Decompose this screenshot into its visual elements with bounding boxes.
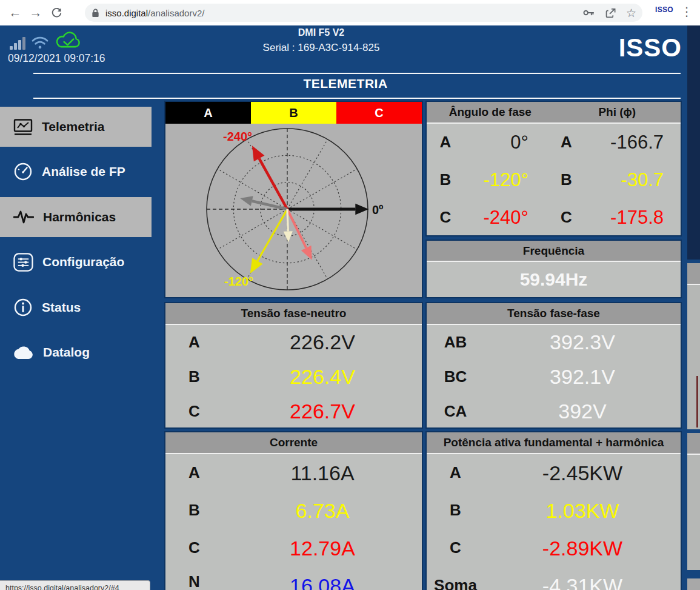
title-divider — [33, 98, 681, 99]
row-value: 1.03KW — [546, 499, 619, 523]
status-link-tooltip: https://isso.digital/analisadorv2/#4 — [0, 580, 150, 590]
cutoff-panel-sliver — [687, 25, 700, 260]
page-title: TELEMETRIA — [0, 76, 691, 91]
reload-button[interactable] — [46, 2, 67, 23]
sidebar-item-label: Harmônicas — [43, 210, 116, 224]
panel-title-voltage-ln: Tensão fase-neutro — [165, 303, 422, 325]
sidebar-item-configuracao[interactable]: Configuração — [0, 242, 152, 282]
table-row: C226.7V — [165, 394, 422, 429]
panel-title-frequency: Frequência — [427, 241, 681, 262]
sidebar-item-datalog[interactable]: Datalog — [0, 332, 152, 372]
row-label: CA — [444, 403, 467, 420]
panel-title-power: Potência ativa fundamental + harmônica — [427, 432, 681, 454]
row-label: NCalculado — [176, 574, 213, 590]
active-power-panel: Potência ativa fundamental + harmônica A… — [427, 432, 681, 590]
browser-profile-badge[interactable]: ISSO — [655, 5, 673, 14]
panel-title-current: Corrente — [165, 432, 422, 454]
row-value: 392V — [558, 400, 606, 423]
info-icon — [13, 298, 33, 317]
table-row: A11.16A — [165, 454, 422, 492]
phi-value: -166.7 — [610, 132, 664, 153]
current-b-vector — [287, 209, 288, 232]
row-label: C — [450, 540, 461, 556]
row-label: A — [188, 334, 200, 350]
angle-value: 0° — [510, 132, 528, 153]
table-row: AB392.3V — [427, 325, 681, 360]
legend-phase-b: B — [251, 102, 336, 124]
voltage-b-arrowhead — [250, 258, 263, 273]
gauge-icon — [13, 162, 33, 181]
sidebar-item-label: Telemetria — [42, 119, 105, 134]
frequency-panel: Frequência 59.94Hz — [427, 241, 681, 297]
row-label: B — [440, 172, 452, 188]
row-value: 392.3V — [550, 330, 615, 354]
phase-angle-panel: Ângulo de fase Phi (ϕ) A0°A-166.7B-120°B… — [427, 102, 681, 235]
waveform-icon — [13, 207, 34, 227]
power-table: A-2.45KWB1.03KWC-2.89KWSoma-4.31KW — [427, 454, 681, 590]
sidebar-item-telemetria[interactable]: Telemetria — [0, 107, 152, 147]
bookmark-star-icon[interactable]: ☆ — [626, 7, 636, 19]
sliders-icon — [13, 253, 33, 272]
table-row: B6.73A — [165, 492, 422, 529]
voltage-a-arrowhead — [355, 204, 368, 215]
back-button[interactable]: ← — [5, 2, 25, 23]
voltage-ll-table: AB392.3VBC392.1VCA392V — [427, 325, 681, 429]
current-b-arrowhead — [284, 231, 293, 242]
row-label: BC — [444, 369, 467, 385]
table-row: C-240°C-175.8 — [427, 199, 681, 236]
device-serial: Serial : 169-A3C-914-825 — [263, 42, 380, 54]
voltage-ll-panel: Tensão fase-fase AB392.3VBC392.1VCA392V — [427, 303, 681, 427]
app-header: 09/12/2021 09:07:16 DMI F5 V2 Serial : 1… — [0, 25, 700, 76]
legend-phase-c: C — [336, 102, 422, 124]
row-value: 226.2V — [290, 330, 355, 354]
forward-button[interactable]: → — [25, 2, 46, 23]
panel-title-angle: Ângulo de fase — [427, 106, 554, 119]
row-label: AB — [444, 334, 467, 350]
phase-angle-table: A0°A-166.7B-120°B-30.7C-240°C-175.8 — [427, 124, 681, 236]
share-icon[interactable] — [605, 7, 616, 19]
frequency-value: 59.94Hz — [427, 262, 681, 297]
sidebar-item-label: Datalog — [43, 345, 90, 360]
browser-menu-icon[interactable]: ⋮ — [681, 4, 693, 19]
row-label: A — [440, 134, 452, 150]
cutoff-panel-sliver — [687, 578, 700, 590]
row-value: 226.4V — [290, 365, 355, 389]
voltage-ln-panel: Tensão fase-neutro A226.2VB226.4VC226.7V — [165, 303, 422, 427]
reload-icon — [51, 7, 62, 19]
table-row: B226.4V — [165, 360, 422, 394]
row-label: C — [188, 403, 200, 420]
row-value: 16.08A — [290, 574, 355, 590]
cutoff-panel-sliver — [687, 433, 700, 570]
panel-title-voltage-ll: Tensão fase-fase — [427, 303, 681, 325]
table-row: BC392.1V — [427, 360, 681, 394]
row-value: 11.16A — [290, 461, 354, 485]
sidebar-item-status[interactable]: Status — [0, 287, 152, 327]
row-value: -2.89KW — [542, 537, 622, 560]
row-label: C — [561, 209, 572, 226]
address-bar[interactable]: isso.digital/analisadorv2/ ☆ — [85, 4, 642, 22]
sidebar-item-harmonicas[interactable]: Harmônicas — [0, 197, 152, 237]
current-panel: Corrente A11.16AB6.73AC12.79ANCalculado1… — [165, 432, 422, 590]
table-row: A0°A-166.7 — [427, 124, 681, 161]
row-label: A — [561, 134, 572, 150]
table-row: B-120°B-30.7 — [427, 161, 681, 199]
password-key-icon[interactable] — [582, 7, 595, 18]
current-a-arrowhead — [240, 196, 253, 206]
angle-label-minus-240: -240° — [223, 130, 252, 143]
url-host: isso.digital — [105, 8, 148, 18]
cloud-icon — [13, 344, 34, 360]
row-label: A — [188, 464, 200, 481]
table-row: C12.79A — [165, 529, 422, 567]
row-label: B — [188, 369, 200, 385]
angle-label-zero: 0º — [372, 203, 383, 216]
row-label: B — [188, 502, 200, 518]
sidebar-item-label: Status — [42, 300, 81, 315]
phi-value: -175.8 — [610, 207, 664, 229]
row-label: C — [188, 540, 200, 556]
legend-phase-a: A — [165, 102, 251, 124]
sidebar-item-analise-de-fp[interactable]: Análise de FP — [0, 152, 152, 192]
device-datetime: 09/12/2021 09:07:16 — [8, 52, 105, 65]
phasor-plot-area: 0º -240° -120° — [165, 124, 422, 297]
table-row: B1.03KW — [427, 492, 681, 529]
row-value: 226.7V — [290, 400, 355, 423]
